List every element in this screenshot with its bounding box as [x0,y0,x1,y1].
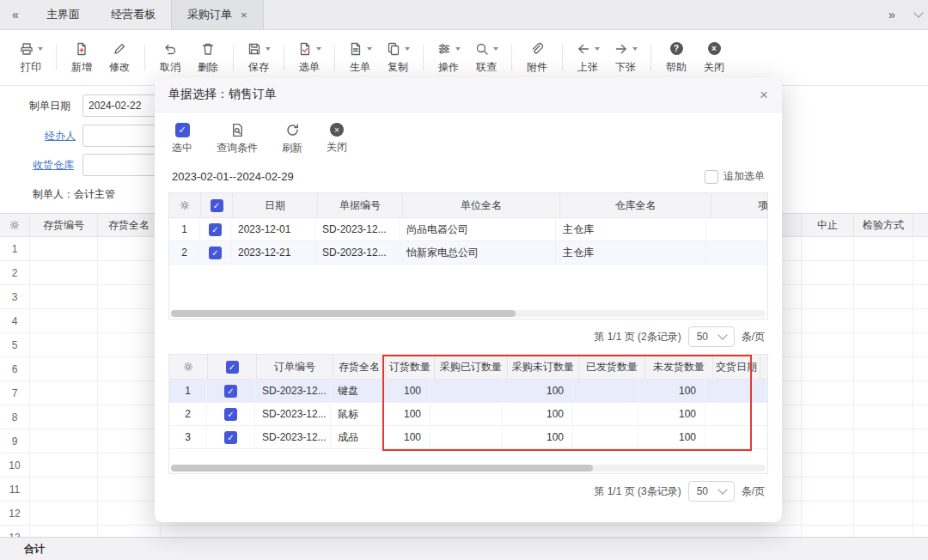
tabs-collapse-icon[interactable]: « [0,0,31,29]
tabbar-more-icon[interactable] [909,0,928,29]
linked-query-dropdown-icon[interactable] [493,47,498,51]
tabs-expand-icon[interactable]: » [875,0,909,29]
tab-purchase-order[interactable]: 采购订单 × [171,0,264,29]
column-header-line[interactable]: 行 [760,355,768,379]
column-header-abort[interactable]: 中止 [802,214,854,236]
next-doc-dropdown-icon[interactable] [632,47,638,51]
modify-button[interactable]: 修改 [107,41,132,75]
dialog-close-button[interactable]: × 关闭 [327,123,347,155]
horizontal-scrollbar[interactable] [171,310,766,317]
print-dropdown-icon[interactable] [38,47,43,51]
help-label: 帮助 [666,60,687,75]
order-line-row[interactable]: 1 SD-2023-12... 键盘 100 100 100 [169,380,767,403]
column-settings-gear-icon[interactable] [169,193,201,217]
row-number: 2 [169,403,207,425]
column-header-delivery-date[interactable]: 交货日期 [713,355,760,379]
save-button[interactable]: 保存 [246,41,272,75]
order-line-row[interactable]: 2 SD-2023-12... 鼠标 100 100 100 [169,403,767,426]
generate-button[interactable]: 生单 [347,41,373,75]
column-header-order-no[interactable]: 订单编号 [257,355,333,379]
column-header-item[interactable]: 项 [711,193,768,217]
linked-query-button[interactable]: 联查 [473,41,499,75]
confirm-selected-button[interactable]: 选中 [172,123,192,155]
column-header-inventory-code[interactable]: 存货编号 [30,214,98,236]
column-header-item-name[interactable]: 存货全名 [333,355,386,379]
attachment-button[interactable]: 附件 [524,41,550,75]
cancel-button[interactable]: 取消 [157,41,183,75]
select-doc-button[interactable]: 选单 [296,41,322,75]
help-button[interactable]: ? 帮助 [663,41,689,75]
column-header-shipped-qty[interactable]: 已发货数量 [579,355,645,379]
refresh-icon [285,123,300,137]
row-checkbox[interactable] [200,241,231,264]
page-size-select[interactable]: 50 [688,326,735,347]
column-header-order-qty[interactable]: 订货数量 [386,355,435,379]
append-selection-option[interactable]: 追加选单 [705,169,765,184]
column-header-po-todo-qty[interactable]: 采购未订数量 [508,355,579,379]
row-checkbox[interactable] [207,380,255,402]
tab-close-icon[interactable]: × [241,9,247,21]
cell-order-qty: 100 [382,380,430,402]
row-checkbox[interactable] [207,426,255,448]
dialog-filter-row: 2023-02-01--2024-02-29 追加选单 [172,169,765,184]
copy-button[interactable]: 复制 [385,41,411,75]
next-doc-button[interactable]: 下张 [613,41,638,75]
tab-dashboard[interactable]: 经营看板 [95,0,171,29]
scrollbar-thumb[interactable] [171,465,593,472]
column-header-inventory-name[interactable]: 存货全名 [98,214,161,236]
doc-date-label: 制单日期 [29,94,70,117]
column-header-inspection[interactable]: 检验方式 [854,214,913,236]
tab-main[interactable]: 主界面 [31,0,95,29]
operate-button[interactable]: 操作 [436,41,461,75]
horizontal-scrollbar[interactable] [171,465,766,472]
order-lines-table: 订单编号 存货全名 订货数量 采购已订数量 采购未订数量 已发货数量 未发货数量… [168,354,768,474]
row-number: 10 [0,453,30,477]
print-button[interactable]: 打印 [18,41,44,75]
column-header-warehouse-name[interactable]: 仓库全名 [560,193,711,217]
printer-icon [20,42,34,56]
close-page-button[interactable]: × 关闭 [701,41,727,75]
checkbox-checked-icon [209,223,222,236]
row-number: 7 [0,381,30,405]
row-checkbox[interactable] [207,403,255,425]
scrollbar-thumb[interactable] [171,310,516,317]
copy-dropdown-icon[interactable] [405,47,410,51]
cell-po-todo-qty: 100 [503,426,573,448]
column-header-po-done-qty[interactable]: 采购已订数量 [435,355,508,379]
column-header-date[interactable]: 日期 [233,193,318,217]
cell-unshipped-qty: 100 [638,403,705,425]
column-settings-gear-icon[interactable] [0,214,30,236]
column-header-doc-no[interactable]: 单据编号 [318,193,403,217]
toolbar-separator [334,45,335,70]
select-all-checkbox[interactable] [208,355,257,379]
arrow-right-icon [614,42,628,56]
save-dropdown-icon[interactable] [266,47,271,51]
dialog-close-icon[interactable]: × [760,88,768,102]
operate-dropdown-icon[interactable] [455,47,461,51]
generate-dropdown-icon[interactable] [367,47,372,51]
refresh-button[interactable]: 刷新 [282,123,302,155]
date-range-text[interactable]: 2023-02-01--2024-02-29 [172,170,294,183]
prev-doc-button[interactable]: 上张 [575,41,601,75]
query-conditions-button[interactable]: 查询条件 [217,123,258,155]
select-doc-dropdown-icon[interactable] [316,47,321,51]
column-header-unshipped-qty[interactable]: 未发货数量 [645,355,713,379]
column-settings-gear-icon[interactable] [169,355,208,379]
sales-order-row[interactable]: 2 2023-12-21 SD-2023-12... 怡新家电总公司 主仓库 [169,241,767,265]
order-line-row[interactable]: 3 SD-2023-12... 成品 100 100 100 [169,426,767,449]
column-header-unit-name[interactable]: 单位全名 [403,193,560,217]
prev-doc-dropdown-icon[interactable] [595,47,600,51]
delete-button[interactable]: 删除 [195,41,221,75]
row-number: 8 [0,405,30,429]
cell-order-no: SD-2023-12... [255,403,331,425]
sales-order-row[interactable]: 1 2023-12-01 SD-2023-12... 尚品电器公司 主仓库 [169,218,767,241]
warehouse-link[interactable]: 收货仓库 [33,154,74,176]
checkbox-checked-icon [226,361,239,374]
cell-po-done-qty [430,403,503,425]
row-checkbox[interactable] [200,218,231,240]
page-size-select[interactable]: 50 [688,481,735,502]
handler-link[interactable]: 经办人 [45,125,76,147]
new-button[interactable]: 新增 [69,41,95,75]
select-all-checkbox[interactable] [201,193,233,217]
checkbox-unchecked-icon[interactable] [705,170,718,184]
